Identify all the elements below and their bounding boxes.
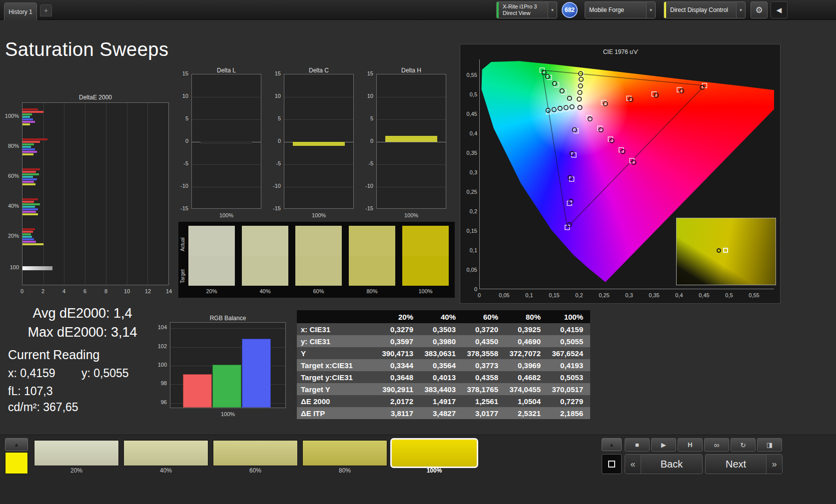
y-tick-label: -10 <box>265 182 281 189</box>
x-tick-label: 0,15 <box>545 292 563 299</box>
page-title: Saturation Sweeps <box>5 39 168 60</box>
saturation-button-label: 20% <box>34 467 119 474</box>
cell-value: 2,5321 <box>505 407 548 419</box>
saturation-button-80%[interactable] <box>302 440 387 466</box>
bar <box>22 121 35 123</box>
target-row-label: Target <box>180 261 186 292</box>
actual-patch <box>188 226 235 256</box>
bar <box>22 206 35 208</box>
y-tick-label: 0,15 <box>460 227 477 234</box>
saturation-patch <box>295 226 342 286</box>
cell-value: 0,3344 <box>378 359 420 371</box>
column-header: 40% <box>420 310 463 323</box>
bar <box>22 208 38 210</box>
measurement-count-badge[interactable]: 682 <box>562 2 578 18</box>
table-row: ΔE ITP3,81173,48273,01772,53212,1856 <box>297 407 590 419</box>
measured-marker <box>578 84 582 88</box>
y-tick-label: -10 <box>357 182 373 189</box>
play-button[interactable]: ▶ <box>651 438 676 452</box>
meter-label: X-Rite i1Pro 3 Direct View <box>499 3 548 16</box>
stop-button[interactable]: ■ <box>625 438 650 452</box>
bar <box>22 203 40 205</box>
bar <box>22 178 37 180</box>
gridline <box>192 97 261 97</box>
bar <box>22 138 47 140</box>
x-tick-label: 0,45 <box>695 292 713 299</box>
gridline <box>192 119 261 120</box>
saturation-button-60%[interactable] <box>213 440 298 466</box>
measured-marker <box>570 151 574 155</box>
bar <box>22 148 35 150</box>
saturation-patch <box>188 226 235 286</box>
collapse-panel-button[interactable]: ◀ <box>771 1 788 18</box>
cell-value: 0,4682 <box>505 371 548 383</box>
current-y-reading: y: 0,5055 <box>81 367 129 380</box>
y-tick-label: 0,4 <box>460 130 477 137</box>
half-square-icon: ◨ <box>767 441 773 449</box>
add-tab-button[interactable]: + <box>40 4 52 16</box>
measured-marker <box>568 175 572 179</box>
target-patch <box>188 256 235 286</box>
row-label: y: CIE31 <box>297 335 378 347</box>
chevron-down-icon: ▼ <box>548 2 557 18</box>
row-label: Target x:CIE31 <box>297 359 378 371</box>
saturation-button-100%[interactable] <box>390 438 478 468</box>
continuous-measure-button[interactable]: ∞ <box>704 438 729 452</box>
measurement-table: 20%40%60%80%100%x: CIE310,32790,35030,37… <box>297 310 590 419</box>
deltae2000-chart: DeltaE 2000 02468101214100%80%60%40%20%1… <box>0 93 176 299</box>
saturation-button-label: 80% <box>302 467 387 474</box>
measured-marker <box>599 128 603 132</box>
patch-label: 60% <box>295 288 342 295</box>
cell-value: 0,3597 <box>378 335 420 347</box>
bar <box>22 123 30 125</box>
cell-value: 0,4159 <box>548 323 590 335</box>
bar <box>22 113 32 115</box>
settings-button[interactable]: ⚙ <box>751 1 768 18</box>
cell-value: 2,0172 <box>378 395 420 407</box>
table-row: ΔE 20002,01721,49171,25611,05040,7279 <box>297 395 590 407</box>
bar <box>22 171 36 173</box>
meter-dropdown[interactable]: X-Rite i1Pro 3 Direct View ▼ <box>496 1 557 18</box>
table-row: Target x:CIE310,33440,35640,37730,39690,… <box>297 359 590 371</box>
histogram-button[interactable]: H <box>678 438 703 452</box>
gridline <box>85 103 85 285</box>
x-tick-label: 0,4 <box>670 292 688 299</box>
cell-value: 2,1856 <box>548 407 590 419</box>
chart-title: RGB Balance <box>170 315 286 322</box>
x-axis-label: 100% <box>376 212 446 219</box>
gridline <box>284 164 353 165</box>
bar <box>22 231 33 233</box>
actual-patch <box>402 226 449 256</box>
table-row: x: CIE310,32790,35030,37200,39250,4159 <box>297 323 590 335</box>
history-tab[interactable]: History 1 <box>4 2 37 20</box>
back-button[interactable]: « Back <box>625 454 703 474</box>
display-mode-button[interactable]: ◨ <box>757 438 782 452</box>
bar <box>22 228 35 230</box>
histogram-icon: H <box>688 441 692 449</box>
next-button[interactable]: Next » <box>705 454 783 474</box>
show-target-button[interactable] <box>602 454 622 474</box>
meter-mode: Direct View <box>503 10 544 16</box>
refresh-button[interactable]: ↻ <box>731 438 756 452</box>
saturation-button-20%[interactable] <box>34 440 119 466</box>
bar <box>22 118 33 120</box>
y-tick-label: 0,45 <box>460 110 477 117</box>
measured-marker <box>610 138 614 142</box>
bar <box>242 339 271 408</box>
bar <box>22 181 34 183</box>
control-dropdown[interactable]: Direct Display Control ▼ <box>664 1 746 18</box>
x-tick-label: 0 <box>16 288 28 295</box>
chart-title: Delta L <box>191 67 261 74</box>
source-dropdown[interactable]: Mobile Forge ▼ <box>585 1 656 18</box>
expand-right-button[interactable]: ▲ <box>602 438 622 451</box>
bar <box>22 213 38 215</box>
x-tick-label: 2 <box>37 288 49 295</box>
y-tick-label: -5 <box>357 160 373 167</box>
expand-left-button[interactable]: ▲ <box>5 438 28 451</box>
up-arrow-icon: ▲ <box>14 442 19 448</box>
delta-h-plot <box>376 74 446 209</box>
actual-patch <box>295 226 342 256</box>
x-tick-label: 6 <box>79 288 91 295</box>
cell-value: 3,8117 <box>378 407 420 419</box>
saturation-button-40%[interactable] <box>123 440 208 466</box>
